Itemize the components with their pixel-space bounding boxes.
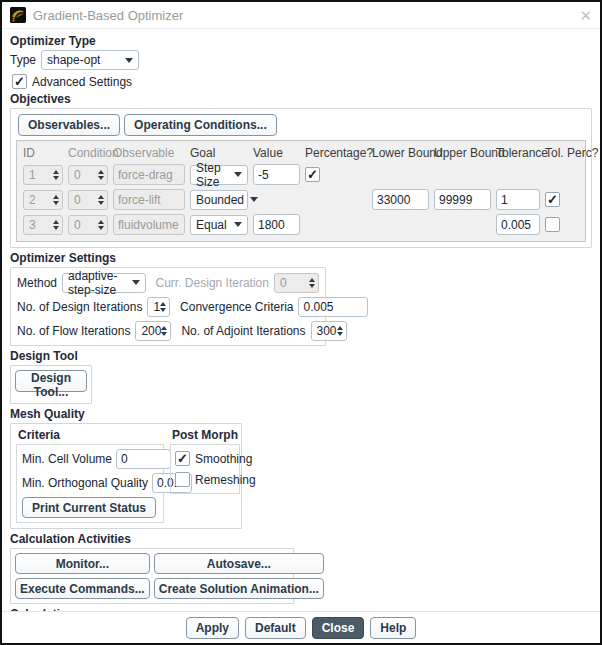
flow-iterations-spinner[interactable]: 200 — [135, 321, 171, 341]
calculation-activities-group: Monitor... Autosave... Execute Commands.… — [10, 548, 294, 604]
advanced-settings-checkbox[interactable] — [12, 74, 27, 89]
optimizer-settings-section-label: Optimizer Settings — [10, 251, 592, 265]
spinner-arrows-icon[interactable] — [98, 195, 104, 205]
criteria-column: Criteria Min. Cell Volume Min. Orthogona… — [16, 427, 164, 523]
optimizer-type-value: shape-opt — [47, 53, 100, 67]
spinner-arrows-icon[interactable] — [160, 302, 166, 312]
svg-text:F: F — [12, 18, 15, 23]
operating-conditions-button[interactable]: Operating Conditions... — [124, 114, 277, 136]
mesh-quality-group: Criteria Min. Cell Volume Min. Orthogona… — [10, 423, 242, 529]
close-button[interactable]: Close — [312, 617, 365, 639]
chevron-down-icon — [125, 58, 133, 63]
spinner-arrows-icon[interactable] — [53, 195, 59, 205]
col-header-condition: Condition — [68, 145, 108, 160]
calculation-activities-section-label: Calculation Activities — [10, 532, 592, 546]
observables-button[interactable]: Observables... — [18, 114, 120, 136]
spinner-arrows-icon — [309, 278, 315, 288]
method-label: Method — [17, 276, 57, 290]
goal-dropdown[interactable]: Step Size — [190, 165, 248, 185]
spinner-arrows-icon[interactable] — [337, 326, 343, 336]
observable-field — [113, 189, 185, 210]
dialog-body: Optimizer Type Type shape-opt Advanced S… — [2, 29, 600, 611]
chevron-down-icon — [250, 197, 258, 202]
goal-dropdown[interactable]: Equal — [190, 215, 248, 235]
convergence-criteria-input[interactable] — [298, 297, 368, 317]
condition-spinner: 0 — [68, 215, 108, 235]
min-orthogonal-quality-label: Min. Orthogonal Quality — [22, 476, 148, 490]
adjoint-iterations-spinner[interactable]: 300 — [311, 321, 347, 341]
footer-button-bar: Apply Default Close Help — [2, 611, 600, 643]
fluent-logo-icon: F — [10, 7, 26, 23]
chevron-down-icon — [234, 172, 242, 177]
spinner-arrows-icon[interactable] — [53, 170, 59, 180]
observable-field — [113, 164, 185, 185]
default-button[interactable]: Default — [245, 617, 306, 639]
min-cell-volume-input[interactable] — [116, 449, 171, 469]
type-label: Type — [10, 53, 36, 67]
design-iterations-spinner[interactable]: 1 — [147, 297, 170, 317]
id-spinner: 3 — [23, 215, 63, 235]
criteria-group: Min. Cell Volume Min. Orthogonal Quality… — [16, 444, 164, 523]
optimizer-settings-group: Method adaptive-step-size Curr. Design I… — [10, 267, 326, 346]
adjoint-iterations-label: No. of Adjoint Iterations — [181, 324, 305, 338]
tolerance-input[interactable] — [496, 214, 540, 235]
smoothing-label: Smoothing — [195, 452, 252, 466]
convergence-criteria-label: Convergence Criteria — [180, 300, 293, 314]
col-header-upper-bound: Upper Bound — [434, 145, 491, 160]
min-cell-volume-label: Min. Cell Volume — [22, 452, 112, 466]
flow-iterations-label: No. of Flow Iterations — [17, 324, 130, 338]
optimizer-type-dropdown[interactable]: shape-opt — [41, 50, 139, 70]
chevron-down-icon — [132, 280, 140, 285]
tolerance-input[interactable] — [496, 189, 540, 210]
smoothing-checkbox[interactable] — [175, 451, 190, 466]
observable-field — [113, 214, 185, 235]
spinner-arrows-icon[interactable] — [53, 220, 59, 230]
spinner-arrows-icon[interactable] — [98, 170, 104, 180]
method-dropdown[interactable]: adaptive-step-size — [62, 273, 146, 293]
id-spinner: 1 — [23, 165, 63, 185]
col-header-lower-bound: Lower Bound — [372, 145, 429, 160]
col-header-value: Value — [253, 145, 300, 160]
condition-spinner: 0 — [68, 165, 108, 185]
design-iterations-label: No. of Design Iterations — [17, 300, 142, 314]
design-tool-button[interactable]: Design Tool... — [15, 370, 87, 392]
col-header-goal: Goal — [190, 145, 248, 160]
value-input[interactable] — [253, 214, 300, 235]
goal-dropdown[interactable]: Bounded — [190, 190, 248, 210]
spinner-arrows-icon[interactable] — [161, 326, 167, 336]
design-tool-section-label: Design Tool — [10, 349, 592, 363]
close-icon[interactable]: ✕ — [579, 8, 592, 23]
create-solution-animation-button[interactable]: Create Solution Animation... — [154, 578, 324, 599]
upper-bound-input[interactable] — [434, 189, 491, 210]
post-morph-label: Post Morph — [172, 428, 240, 442]
value-input[interactable] — [253, 164, 300, 185]
lower-bound-input[interactable] — [372, 189, 429, 210]
autosave-button[interactable]: Autosave... — [154, 553, 324, 574]
apply-button[interactable]: Apply — [186, 617, 239, 639]
remeshing-checkbox[interactable] — [175, 472, 190, 487]
title-bar: F Gradient-Based Optimizer ✕ — [2, 2, 600, 29]
objectives-table: ID Condition Observable Goal Value Perce… — [16, 140, 586, 242]
print-current-status-button[interactable]: Print Current Status — [22, 497, 156, 518]
tol-perc-checkbox[interactable] — [545, 192, 560, 207]
monitor-button[interactable]: Monitor... — [15, 553, 150, 574]
help-button[interactable]: Help — [370, 617, 416, 639]
col-header-id: ID — [23, 145, 63, 160]
tol-perc-checkbox[interactable] — [545, 217, 560, 232]
col-header-tol-perc: Tol. Perc? — [545, 145, 581, 160]
criteria-label: Criteria — [18, 428, 164, 442]
dialog-title: Gradient-Based Optimizer — [33, 8, 183, 23]
execute-commands-button[interactable]: Execute Commands... — [15, 578, 150, 599]
advanced-settings-label: Advanced Settings — [32, 75, 132, 89]
remeshing-label: Remeshing — [195, 473, 256, 487]
curr-design-iteration-label: Curr. Design Iteration — [156, 276, 269, 290]
post-morph-column: Post Morph Smoothing Remeshing — [170, 427, 240, 523]
post-morph-group: Smoothing Remeshing — [170, 444, 240, 494]
col-header-percentage: Percentage? — [305, 145, 367, 160]
col-header-observable: Observable — [113, 145, 185, 160]
col-header-tolerance: Tolerance — [496, 145, 540, 160]
spinner-arrows-icon[interactable] — [98, 220, 104, 230]
id-spinner: 2 — [23, 190, 63, 210]
percentage-checkbox[interactable] — [305, 167, 320, 182]
design-tool-group: Design Tool... — [10, 365, 92, 404]
